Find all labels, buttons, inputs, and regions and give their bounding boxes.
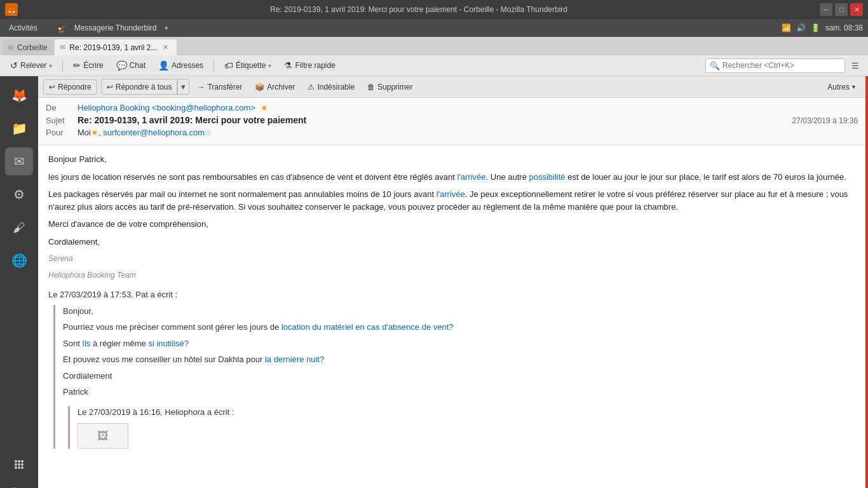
delete-icon: 🗑 xyxy=(367,83,375,92)
maximize-button[interactable]: □ xyxy=(835,3,848,16)
tab-bar: ✉ Corbeille ✉ Re: 2019-0139, 1 avril 2..… xyxy=(0,37,868,55)
tab-email[interactable]: ✉ Re: 2019-0139, 1 avril 2... ✕ xyxy=(55,39,177,55)
sidebar-globe-icon[interactable]: 🌐 xyxy=(5,247,33,274)
sidebar-status-icon xyxy=(10,484,29,488)
ecrire-icon: ✏ xyxy=(73,60,81,71)
activites-menu[interactable]: Activités xyxy=(5,22,41,34)
to-row: Pour Moi★, surfcenter@heliophora.com☆ xyxy=(46,128,858,137)
quoted-name: Patrick xyxy=(63,386,855,398)
firefox-icon[interactable]: 🦊 xyxy=(5,3,18,16)
main-window: ✉ Corbeille ✉ Re: 2019-0139, 1 avril 2..… xyxy=(0,37,868,488)
ils-link: Ils xyxy=(82,339,90,348)
reply-button[interactable]: ↩ Répondre xyxy=(44,80,97,94)
etiquette-dropdown-icon[interactable]: ▾ xyxy=(268,62,271,69)
menu-bar-apps: 🦊 xyxy=(5,3,18,16)
adresses-button[interactable]: 👤 Adresses xyxy=(153,58,208,73)
hamburger-icon[interactable]: ☰ xyxy=(848,58,863,73)
svg-point-8 xyxy=(21,466,24,469)
reply-all-button[interactable]: ↩ Répondre à tous xyxy=(102,80,178,94)
chat-icon: 💬 xyxy=(116,60,127,71)
etiquette-button[interactable]: 🏷 Étiquette ▾ xyxy=(219,58,276,73)
si-link: si inutilisé? xyxy=(148,339,189,348)
quoted-p1: Pourriez vous me préciser comment sont g… xyxy=(63,321,855,334)
sidebar-dots-icon[interactable] xyxy=(5,451,33,478)
sidebar-files-icon[interactable]: 📁 xyxy=(5,114,33,142)
search-icon: 🔍 xyxy=(710,61,720,71)
from-value: Heliophora Booking <booking@heliophora.c… xyxy=(78,103,858,112)
delete-label: Supprimer xyxy=(377,83,412,92)
from-star[interactable]: ★ xyxy=(261,103,268,112)
svg-point-1 xyxy=(18,460,20,463)
chat-label: Chat xyxy=(130,61,146,70)
minimize-button[interactable]: ─ xyxy=(820,3,832,16)
action-bar: ↩ Répondre ↩ Répondre à tous ▾ → Transfé… xyxy=(38,76,865,98)
relever-dropdown-icon[interactable]: ▾ xyxy=(49,62,52,69)
reply-label: Répondre xyxy=(58,83,92,92)
system-tray: 📶 🔊 🔋 sam. 08:38 xyxy=(782,24,863,32)
search-box[interactable]: 🔍 xyxy=(705,58,845,73)
subject-value: Re: 2019-0139, 1 avril 2019: Merci pour … xyxy=(78,115,792,125)
para1-text: les jours de location réservés ne sont p… xyxy=(48,171,855,184)
svg-point-5 xyxy=(21,463,24,466)
reply-all-label: Répondre à tous xyxy=(116,83,172,92)
to-surfcenter-link[interactable]: surfcenter@heliophora.com xyxy=(103,128,205,137)
filtre-button[interactable]: ⚗ Filtre rapide xyxy=(279,58,340,73)
greeting-text: Bonjour Patrick, xyxy=(48,153,855,166)
more-button[interactable]: Autres ▾ xyxy=(822,80,860,94)
delete-button[interactable]: 🗑 Supprimer xyxy=(362,80,417,94)
derniere-link: la dernière nuit? xyxy=(265,355,324,364)
sig1-text: Serena xyxy=(48,253,855,264)
clock: sam. 08:38 xyxy=(825,24,863,32)
relever-button[interactable]: ↺ Relever ▾ xyxy=(5,58,57,73)
ecrire-button[interactable]: ✏ Écrire xyxy=(68,58,108,73)
scroll-accent xyxy=(865,76,868,488)
svg-point-6 xyxy=(15,466,17,469)
tab-corbeille[interactable]: ✉ Corbeille xyxy=(3,40,53,55)
filtre-label: Filtre rapide xyxy=(295,61,335,70)
tab-close-button[interactable]: ✕ xyxy=(161,43,170,52)
subject-row: Sujet Re: 2019-0139, 1 avril 2019: Merci… xyxy=(46,115,858,125)
sidebar-mail-icon[interactable]: ✉ xyxy=(5,147,33,175)
search-input[interactable] xyxy=(722,61,841,70)
reply-all-dropdown-icon[interactable]: ▾ xyxy=(177,79,189,94)
email-body: Bonjour Patrick, les jours de location r… xyxy=(38,146,865,488)
transfer-button[interactable]: → Transférer xyxy=(192,80,247,94)
more-label: Autres xyxy=(827,83,850,92)
sidebar-firefox-icon[interactable]: 🦊 xyxy=(5,81,33,109)
location-link: location du matériel en cas d'absence de… xyxy=(281,322,454,332)
archive-button[interactable]: 📦 Archiver xyxy=(250,80,300,94)
close-button[interactable]: ✕ xyxy=(850,3,863,16)
reply-all-group: ↩ Répondre à tous ▾ xyxy=(101,79,190,95)
image-icon: 🖼 xyxy=(97,428,109,445)
adresses-label: Adresses xyxy=(172,61,203,70)
spam-button[interactable]: ⚠ Indésirable xyxy=(302,80,360,94)
etiquette-label: Étiquette xyxy=(236,61,266,70)
spam-label: Indésirable xyxy=(317,83,355,92)
window-title: Re: 2019-0139, 1 avril 2019: Merci pour … xyxy=(18,5,820,14)
to-me: Moi xyxy=(78,128,91,137)
svg-point-3 xyxy=(15,463,17,466)
quoted-header2: Le 27/03/2019 à 16:16, Heliophora a écri… xyxy=(78,406,855,419)
sidebar-settings-icon[interactable]: ⚙ xyxy=(5,180,33,208)
ubuntu-menu-bar: Activités 🦅 Messagerie Thunderbird ▾ 📶 🔊… xyxy=(0,19,868,37)
relever-label: Relever xyxy=(20,61,46,70)
archive-icon: 📦 xyxy=(255,83,264,92)
email-date: 27/03/2019 à 19:36 xyxy=(792,116,858,125)
title-bar: 🦊 Re: 2019-0139, 1 avril 2019: Merci pou… xyxy=(0,0,868,19)
sidebar-paint-icon[interactable]: 🖌 xyxy=(5,214,33,241)
arrivee-link1: l'arrivée xyxy=(457,172,485,182)
to-value: Moi★, surfcenter@heliophora.com☆ xyxy=(78,128,858,137)
nested-quote: Le 27/03/2019 à 16:16, Heliophora a écri… xyxy=(68,406,855,449)
quoted-greeting: Bonjour, xyxy=(63,305,855,318)
quoted-header1: Le 27/03/2019 à 17:53, Pat a écrit : xyxy=(48,288,855,301)
reply-icon: ↩ xyxy=(49,83,55,92)
svg-point-7 xyxy=(18,466,20,469)
chat-button[interactable]: 💬 Chat xyxy=(111,58,151,73)
battery-icon: 🔋 xyxy=(811,24,820,32)
main-toolbar: ↺ Relever ▾ ✏ Écrire 💬 Chat 👤 Adresses 🏷… xyxy=(0,55,868,76)
app-name-menu[interactable]: Messagerie Thunderbird xyxy=(71,22,161,34)
spam-icon: ⚠ xyxy=(308,83,315,92)
quoted-p3: Et pouvez vous me conseiller un hôtel su… xyxy=(63,353,855,366)
wifi-icon: 📶 xyxy=(782,24,791,32)
from-email-link[interactable]: Heliophora Booking <booking@heliophora.c… xyxy=(78,103,255,112)
